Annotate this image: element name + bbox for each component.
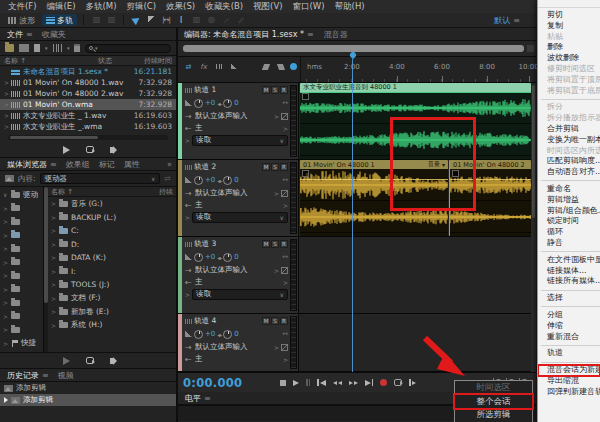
solo-button[interactable]: S bbox=[271, 86, 279, 94]
fast-forward-button[interactable] bbox=[349, 381, 358, 385]
menu-item[interactable]: 窗口(W) bbox=[288, 1, 330, 13]
pan-knob[interactable] bbox=[223, 253, 232, 262]
context-menu-item[interactable]: 复制 bbox=[538, 21, 600, 32]
context-menu-item[interactable]: 波纹删除 bbox=[538, 53, 600, 64]
stop-button[interactable] bbox=[280, 380, 286, 386]
search-input[interactable]: ▾ bbox=[85, 44, 171, 53]
context-menu-item[interactable]: 剪辑增益 bbox=[538, 195, 600, 206]
menu-item[interactable]: 收藏夹(B) bbox=[200, 1, 248, 13]
delete-file-icon[interactable] bbox=[74, 44, 80, 52]
tab-levels[interactable]: 电平 ≡ bbox=[185, 393, 211, 404]
track-header[interactable]: 轨道 1MSR+0◂▸0↔→默认立体声输入>←主>>读取∨ bbox=[182, 83, 299, 159]
mute-button[interactable]: M bbox=[262, 240, 270, 248]
context-menu-item[interactable]: 分组 bbox=[538, 310, 600, 321]
track-header[interactable]: 轨道 3MSR+0◂▸0↔→默认立体声输入>←主>>读取∨ bbox=[182, 237, 299, 313]
tab-history[interactable]: 历史记录 ≡ bbox=[7, 370, 49, 381]
menu-item[interactable]: 视图(V) bbox=[248, 1, 287, 13]
drive-row[interactable]: >C: bbox=[48, 224, 176, 238]
playhead[interactable] bbox=[352, 59, 353, 372]
volume-envelope-line[interactable] bbox=[300, 92, 531, 93]
skip-to-end-button[interactable] bbox=[365, 379, 374, 386]
tree-folder[interactable]: > bbox=[0, 310, 43, 324]
pan-knob[interactable] bbox=[223, 99, 232, 108]
preview-loop-button[interactable] bbox=[86, 357, 94, 364]
context-menu-item[interactable]: 合并剪辑 bbox=[538, 124, 600, 135]
file-row[interactable]: >水文专业职业生 _.wma16:19.603 bbox=[0, 121, 176, 132]
patch-toggle-icon[interactable]: ⇄ bbox=[183, 62, 194, 71]
volume-knob[interactable] bbox=[194, 253, 203, 262]
metering-icon[interactable] bbox=[228, 62, 239, 71]
more-tabs-icon[interactable]: » bbox=[167, 160, 176, 169]
tree-folder[interactable]: > bbox=[0, 242, 43, 256]
drive-row[interactable]: >DATA (K:) bbox=[48, 251, 176, 265]
mute-button[interactable]: M bbox=[262, 86, 270, 94]
time-ruler[interactable]: hms 2:004:006:008:0010:00 bbox=[300, 57, 531, 82]
auto-play-speaker-button[interactable] bbox=[110, 147, 114, 153]
clip-fx-badge-icon[interactable] bbox=[302, 93, 309, 100]
tree-folder[interactable]: > bbox=[0, 202, 43, 216]
tab-favorites[interactable]: 收藏夹 bbox=[42, 29, 66, 40]
marker-skew-icon[interactable] bbox=[260, 62, 271, 71]
file-row[interactable]: >水文专业职业生 _ 1.wav16:19.603 bbox=[0, 110, 176, 121]
zoom-navigator[interactable] bbox=[178, 41, 536, 57]
preview-play-button[interactable] bbox=[63, 357, 70, 365]
insert-into-multitrack-icon[interactable] bbox=[53, 44, 62, 52]
mute-button[interactable]: M bbox=[262, 317, 270, 325]
menu-item[interactable]: 剪辑(C) bbox=[122, 1, 162, 13]
tab-media-browser[interactable]: 媒体浏览器 ≡ bbox=[7, 159, 57, 170]
context-menu-item[interactable]: 选择 bbox=[538, 293, 600, 304]
time-selection-tool-button[interactable]: I bbox=[175, 15, 187, 26]
fx-rack-icon[interactable]: fx bbox=[198, 62, 209, 71]
history-entry[interactable]: 添加剪辑 bbox=[0, 394, 176, 406]
track-header[interactable]: 轨道 4MSR+0◂▸0↔→默认立体声输入>←主> bbox=[182, 314, 299, 371]
tree-folder[interactable]: > bbox=[0, 283, 43, 297]
arm-record-button[interactable]: R bbox=[280, 163, 288, 171]
marker-skew2-icon[interactable] bbox=[275, 62, 286, 71]
menu-item[interactable]: 多轨(M) bbox=[81, 1, 122, 13]
context-menu-item[interactable]: 锁定时间 bbox=[538, 216, 600, 227]
tab-effects-rack[interactable]: 效果组 bbox=[66, 159, 90, 170]
preview-loop-button[interactable] bbox=[86, 146, 94, 153]
tree-folder[interactable]: > bbox=[0, 215, 43, 229]
context-menu-item[interactable]: 变换为唯一副本 bbox=[538, 135, 600, 146]
snap-toggle-icon[interactable] bbox=[290, 63, 297, 70]
move-tool-button[interactable] bbox=[130, 15, 142, 26]
pan-knob[interactable] bbox=[223, 176, 232, 185]
context-menu-item[interactable]: 伸缩 bbox=[538, 321, 600, 332]
file-row[interactable]: >01 Movin' On 48000 1.wav7:32.928 bbox=[0, 77, 176, 88]
tab-video[interactable]: 视频 bbox=[58, 370, 74, 381]
tab-mixer[interactable]: 混音器 bbox=[324, 29, 348, 40]
context-menu-item[interactable]: 剪辑/组合颜色... bbox=[538, 206, 600, 217]
tree-folder[interactable]: > bbox=[0, 229, 43, 243]
tracks-vscrollbar[interactable] bbox=[531, 83, 536, 372]
context-menu-item[interactable]: 重新混合 bbox=[538, 332, 600, 343]
auto-play-speaker-button[interactable] bbox=[110, 358, 114, 364]
track-io-icon[interactable] bbox=[213, 62, 224, 71]
arm-record-button[interactable]: R bbox=[280, 240, 288, 248]
context-menu-item[interactable]: 导出缩混 bbox=[538, 376, 600, 387]
preview-play-button[interactable] bbox=[63, 146, 70, 154]
popup-menu-item[interactable]: 所选剪辑 bbox=[455, 408, 532, 422]
patch-icon[interactable] bbox=[281, 113, 288, 120]
tree-root-drives[interactable]: ∨驱动 bbox=[0, 188, 43, 202]
context-menu-item[interactable]: 删除 bbox=[538, 42, 600, 53]
tab-properties[interactable]: 属性 bbox=[124, 159, 140, 170]
workspace-switcher[interactable]: 默认 ≡ bbox=[494, 13, 520, 28]
rewind-button[interactable] bbox=[333, 381, 342, 385]
expand-chevron-icon[interactable]: > bbox=[4, 112, 11, 119]
import-file-icon[interactable] bbox=[19, 44, 28, 52]
automation-mode-select[interactable]: 读取∨ bbox=[192, 212, 288, 223]
content-select[interactable]: 驱动器 ∨ bbox=[40, 173, 161, 184]
solo-button[interactable]: S bbox=[271, 240, 279, 248]
track-header[interactable]: 轨道 2MSR+0◂▸0↔→默认立体声输入>←主>>读取∨ bbox=[182, 160, 299, 236]
tab-files[interactable]: 文件 ≡ bbox=[7, 29, 33, 40]
skip-to-start-button[interactable] bbox=[317, 379, 326, 386]
context-menu-item[interactable]: 在文件面板中显示 bbox=[538, 255, 600, 266]
drive-row[interactable]: >TOOLS (J:) bbox=[48, 278, 176, 292]
pause-button[interactable] bbox=[306, 379, 310, 386]
popup-menu-item[interactable]: 整个会话 bbox=[455, 395, 532, 409]
automation-mode-select[interactable]: 读取∨ bbox=[192, 135, 288, 146]
multitrack-view-button[interactable]: 多轨 bbox=[42, 14, 77, 26]
file-row[interactable]: 未命名混音项目 1.sesx *16:21.181 bbox=[0, 66, 176, 77]
patch-icon[interactable] bbox=[281, 190, 288, 197]
